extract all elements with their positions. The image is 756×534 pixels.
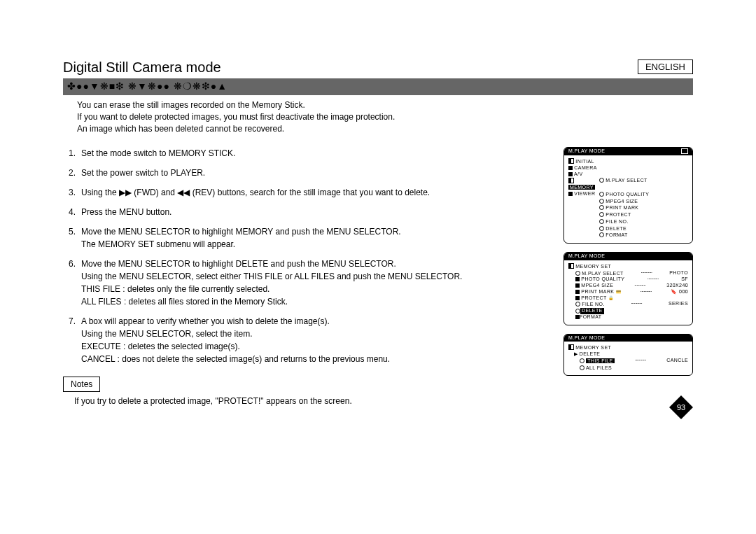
step-text: A box will appear to verify whether you … (81, 316, 330, 326)
step-text: Using the ▶▶ (FWD) and ◀◀ (REV) buttons,… (81, 188, 430, 197)
step: 1.Set the mode switch to MEMORY STICK. (69, 147, 550, 160)
menu-item: PHOTO QUALITY (606, 192, 649, 197)
screen-header: M.PLAY MODE (564, 253, 692, 260)
menu-item: A/V (574, 171, 582, 176)
step-number: 7. (69, 315, 76, 328)
step: 6. Move the MENU SELECTOR to highlight D… (69, 258, 550, 308)
menu-item: ALL FILES (586, 365, 612, 370)
notes-heading: Notes (63, 377, 100, 392)
step-number: 2. (69, 167, 76, 179)
language-label: ENGLISH (638, 59, 693, 74)
menu-value: 320X240 (666, 283, 688, 289)
menu-item: VIEWER (574, 191, 595, 196)
step: 3.Using the ▶▶ (FWD) and ◀◀ (REV) button… (69, 186, 550, 199)
menu-item: PRINT MARK (606, 205, 638, 210)
menu-item: PRINT MARK (581, 289, 614, 294)
step-number: 4. (69, 206, 76, 218)
print-icon (616, 289, 621, 294)
submenu-title: MEMORY SET (575, 345, 611, 350)
content-row: 1.Set the mode switch to MEMORY STICK. 2… (63, 147, 693, 407)
steps-list: 1.Set the mode switch to MEMORY STICK. 2… (69, 147, 550, 365)
steps-column: 1.Set the mode switch to MEMORY STICK. 2… (63, 147, 564, 407)
menu-item: MPEG4 SIZE (581, 283, 613, 288)
step-text: CANCEL : does not delete the selected im… (81, 354, 390, 364)
step-text: Move the MENU SELECTOR to highlight DELE… (81, 259, 396, 269)
menu-item: FILE NO. (606, 219, 628, 224)
menu-item-selected: THIS FILE (586, 358, 614, 363)
submenu-title: MEMORY SET (575, 264, 611, 269)
step-text: Using the MENU SELECTOR, select either T… (81, 272, 462, 281)
step: 7. A box will appear to verify whether y… (69, 315, 550, 365)
intro-line: An image which has been deleted cannot b… (77, 123, 693, 135)
lock-icon (608, 295, 613, 300)
intro-text: You can erase the still images recorded … (77, 99, 693, 134)
menu-item: DELETE (606, 226, 626, 231)
camera-screen-3: M.PLAY MODE MEMORY SET ▶ DELETE THIS FIL… (564, 334, 693, 377)
menu-value: CANCLE (666, 358, 688, 364)
menu-value: SERIES (668, 301, 688, 307)
menu-item: FILE NO. (582, 302, 604, 307)
intro-line: If you want to delete protected images, … (77, 111, 693, 123)
menu-item: DELETE (580, 351, 601, 356)
step: 4.Press the MENU button. (69, 206, 550, 218)
step-text: Press the MENU button. (81, 207, 172, 217)
step-text: Using the MENU SELECTOR, select the item… (81, 329, 253, 339)
step-text: THIS FILE : deletes only the file curren… (81, 284, 270, 294)
camera-screen-2: M.PLAY MODE MEMORY SET M.PLAY SELECT····… (564, 252, 693, 325)
step-number: 3. (69, 186, 76, 199)
menu-value: 000 (679, 289, 688, 294)
camera-screen-1: M.PLAY MODE INITIAL CAMERA A/V MEMORY M.… (564, 147, 693, 244)
memory-card-icon (681, 148, 688, 154)
step-text: The MEMORY SET submenu will appear. (81, 239, 235, 249)
section-header-bar: ✤●●▼❋■❇ ❋▼❋●● ❋❍❋❇●▲ (63, 78, 693, 95)
step-text: Set the power switch to PLAYER. (81, 168, 205, 178)
screen-header: M.PLAY MODE (564, 148, 692, 155)
step-text: Move the MENU SELECTOR to highlight MEMO… (81, 227, 401, 237)
menu-item: PHOTO QUALITY (581, 276, 624, 281)
step-text: EXECUTE : deletes the selected image(s). (81, 342, 240, 351)
menu-item-selected: MEMORY (568, 185, 595, 190)
step: 2.Set the power switch to PLAYER. (69, 167, 550, 179)
menu-item: PROTECT (581, 295, 606, 300)
screen-header: M.PLAY MODE (564, 335, 692, 342)
screens-column: M.PLAY MODE INITIAL CAMERA A/V MEMORY M.… (564, 147, 693, 407)
menu-item: M.PLAY SELECT (582, 271, 623, 276)
menu-item: INITIAL (575, 159, 594, 164)
step-text: ALL FILES : deletes all files stored in … (81, 297, 288, 307)
menu-item: M.PLAY SELECT (606, 178, 647, 183)
menu-item: MPEG4 SIZE (606, 199, 638, 204)
step-number: 1. (69, 147, 76, 160)
manual-page: ENGLISH Digital Still Camera mode ✤●●▼❋■… (63, 59, 693, 407)
step-text: Set the mode switch to MEMORY STICK. (81, 148, 235, 158)
menu-item-selected: DELETE (580, 308, 604, 314)
menu-value: PHOTO (669, 270, 688, 276)
menu-item: CAMERA (574, 165, 596, 170)
menu-item: FORMAT (606, 232, 627, 237)
page-title: Digital Still Camera mode (63, 59, 693, 76)
step-number: 5. (69, 225, 76, 238)
menu-value: SF (681, 276, 688, 283)
menu-item: PROTECT (606, 212, 631, 217)
step-number: 6. (69, 258, 76, 270)
intro-line: You can erase the still images recorded … (77, 99, 693, 111)
step: 5. Move the MENU SELECTOR to highlight M… (69, 225, 550, 251)
menu-item: FORMAT (580, 314, 601, 321)
notes-text: If you try to delete a protected image, … (74, 395, 550, 407)
